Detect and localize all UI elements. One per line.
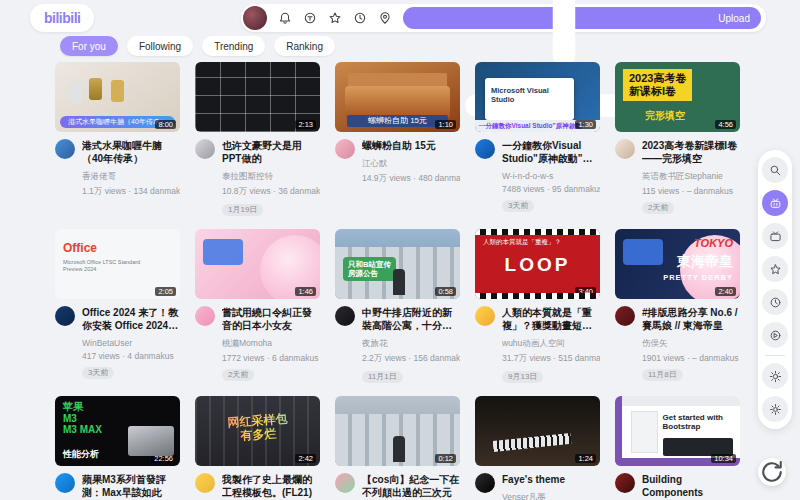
video-title[interactable]: #排版思路分享 No.6 / 賽馬娘 // 東海帝皇 [642, 306, 740, 332]
uploader-avatar[interactable] [195, 306, 215, 326]
uploader-avatar[interactable] [615, 473, 635, 493]
video-title[interactable]: 中野牛排店附近的新裝高階公寓，十分溫馨甚至九分乾淨 [362, 306, 460, 332]
bilibili-logo[interactable]: bilibili [30, 4, 94, 32]
video-thumbnail[interactable]: 螺蛳粉自助 15元1:10 [335, 62, 460, 132]
video-thumbnail[interactable]: Get started with Bootstrap10:34 [615, 396, 740, 466]
video-card[interactable]: 网红采样包 有多烂2:42我製作了史上最爛的工程模板包。(FL21)icewat… [195, 396, 320, 500]
clock-icon[interactable] [353, 11, 367, 25]
uploader-avatar[interactable] [475, 473, 495, 493]
tab-trending[interactable]: Trending [202, 36, 265, 56]
refresh-button[interactable] [758, 458, 786, 486]
video-title[interactable]: 我製作了史上最爛的工程模板包。(FL21) [222, 473, 320, 499]
uploader-avatar[interactable] [475, 306, 495, 326]
video-title[interactable]: 港式水果咖喱牛腩（40年传承） [82, 139, 180, 165]
star-icon[interactable] [328, 11, 342, 25]
uploader-name[interactable]: 香港佬哥 [82, 171, 180, 183]
duration-badge: 22:56 [151, 454, 176, 464]
star-toolbar-button[interactable] [762, 256, 788, 282]
bell-icon[interactable] [278, 11, 292, 25]
uploader-avatar[interactable] [195, 139, 215, 159]
uploader-name[interactable]: wuhu动画人空间 [502, 338, 600, 350]
video-thumbnail[interactable]: OfficeMicrosoft Office LTSC Standard Pre… [55, 229, 180, 299]
uploader-name[interactable]: 桃濑Momoha [222, 338, 320, 350]
video-title[interactable]: Faye's theme [502, 473, 600, 486]
video-thumbnail[interactable]: TOKYO東海帝皇PRETTY DERBY2:40 [615, 229, 740, 299]
video-card[interactable]: 2:13也许文豪野犬是用PPT做的泰拉图斯控特10.8万 views · 36 … [195, 62, 320, 216]
user-avatar[interactable] [243, 6, 267, 30]
video-thumbnail[interactable]: 网红采样包 有多烂2:42 [195, 396, 320, 466]
date-badge: 3天前 [82, 367, 114, 379]
uploader-name[interactable]: 江心默 [362, 158, 460, 170]
uploader-avatar[interactable] [335, 473, 355, 493]
gear-toolbar-button[interactable] [762, 396, 788, 422]
uploader-avatar[interactable] [55, 306, 75, 326]
thumbnail-text: 人類的本質就是「重複」？ [483, 238, 561, 246]
uploader-name[interactable]: WinBetaUser [82, 338, 180, 348]
video-title[interactable]: 人類的本質就是「重複」？獲獎動畫短片《LOOP》 [502, 306, 600, 332]
upload-button[interactable]: Upload [403, 7, 761, 29]
video-card[interactable]: TOKYO東海帝皇PRETTY DERBY2:40#排版思路分享 No.6 / … [615, 229, 740, 383]
uploader-avatar[interactable] [195, 473, 215, 493]
video-thumbnail[interactable]: 2:13 [195, 62, 320, 132]
video-thumbnail[interactable]: 人類的本質就是「重複」？LOOP3:40 [475, 229, 600, 299]
video-card[interactable]: 1:24Faye's themeVenser凡墨777 views · – da… [475, 396, 600, 500]
pin-icon[interactable] [378, 11, 392, 25]
video-title[interactable]: 螺蛳粉自助 15元 [362, 139, 460, 152]
bilibili-toolbar-button[interactable] [762, 190, 788, 216]
duration-badge: 2:40 [715, 287, 736, 297]
tv-toolbar-button[interactable] [762, 223, 788, 249]
uploader-avatar[interactable] [615, 306, 635, 326]
uploader-name[interactable]: 英语教书匠Stephanie [642, 171, 740, 183]
uploader-avatar[interactable] [475, 139, 495, 159]
video-thumbnail[interactable]: 只和B站宣传 房源公告0:58 [335, 229, 460, 299]
date-badge: 11月1日 [362, 371, 403, 383]
video-thumbnail[interactable]: 1:46 [195, 229, 320, 299]
video-card[interactable]: 2023高考卷 新课标I卷完形填空4:562023高考卷新課標I卷——完形填空英… [615, 62, 740, 216]
video-card[interactable]: 苹果 M3 M3 MAX性能分析22:56蘋果M3系列首發評測：Max早該如此极… [55, 396, 180, 500]
uploader-name[interactable]: 伤俣矢 [642, 338, 740, 350]
video-title[interactable]: 蘋果M3系列首發評測：Max早該如此 [82, 473, 180, 499]
video-thumbnail[interactable]: 苹果 M3 M3 MAX性能分析22:56 [55, 396, 180, 466]
video-card[interactable]: Microsoft Visual Studio一分鐘教你Visual Studi… [475, 62, 600, 216]
coin-icon[interactable] [303, 11, 317, 25]
uploader-avatar[interactable] [55, 473, 75, 493]
video-title[interactable]: 2023高考卷新課標I卷——完形填空 [642, 139, 740, 165]
video-thumbnail[interactable]: Microsoft Visual Studio一分鐘教你Visual Studi… [475, 62, 600, 132]
video-card[interactable]: 0:12【cos向】紀念一下在不列顛出過的三次元上智日语圣诞君6.2万 view… [335, 396, 460, 500]
uploader-avatar[interactable] [615, 139, 635, 159]
uploader-name[interactable]: 泰拉图斯控特 [222, 171, 320, 183]
video-card[interactable]: 人類的本質就是「重複」？LOOP3:40人類的本質就是「重複」？獲獎動畫短片《L… [475, 229, 600, 383]
bilibili-icon [769, 197, 782, 210]
video-card[interactable]: 1:46嘗試用繞口令糾正發音的日本小女友桃濑Momoha1772 views ·… [195, 229, 320, 383]
video-title[interactable]: Building Components [642, 473, 740, 499]
video-card[interactable]: 螺蛳粉自助 15元1:10螺蛳粉自助 15元江心默14.9万 views · 4… [335, 62, 460, 216]
video-thumbnail[interactable]: 港式水果咖喱牛腩（40年传承）8:00 [55, 62, 180, 132]
video-title[interactable]: 也许文豪野犬是用PPT做的 [222, 139, 320, 165]
tab-following[interactable]: Following [127, 36, 193, 56]
video-card[interactable]: OfficeMicrosoft Office LTSC Standard Pre… [55, 229, 180, 383]
video-title[interactable]: Office 2024 来了！教你安装 Office 2024 预览版！ [82, 306, 180, 332]
video-card[interactable]: Get started with Bootstrap10:34Building … [615, 396, 740, 500]
uploader-name[interactable]: Venser凡墨 [502, 492, 600, 500]
tab-ranking[interactable]: Ranking [274, 36, 335, 56]
video-card[interactable]: 港式水果咖喱牛腩（40年传承）8:00港式水果咖喱牛腩（40年传承）香港佬哥1.… [55, 62, 180, 216]
clock-toolbar-button[interactable] [762, 289, 788, 315]
uploader-name[interactable]: 夜旅花 [362, 338, 460, 350]
sun-icon [769, 370, 782, 383]
video-title[interactable]: 一分鐘教你Visual Studio"原神啟動"！（還用於Blend） [502, 139, 600, 165]
tab-for-you[interactable]: For you [60, 36, 118, 56]
uploader-name[interactable]: W-i-n-d-o-w-s [502, 171, 600, 181]
uploader-avatar[interactable] [335, 139, 355, 159]
video-title[interactable]: 【cos向】紀念一下在不列顛出過的三次元 [362, 473, 460, 499]
video-thumbnail[interactable]: 0:12 [335, 396, 460, 466]
sun-toolbar-button[interactable] [762, 363, 788, 389]
search-toolbar-button[interactable] [762, 157, 788, 183]
video-card[interactable]: 只和B站宣传 房源公告0:58中野牛排店附近的新裝高階公寓，十分溫馨甚至九分乾淨… [335, 229, 460, 383]
play-toolbar-button[interactable] [762, 322, 788, 348]
video-thumbnail[interactable]: 2023高考卷 新课标I卷完形填空4:56 [615, 62, 740, 132]
video-thumbnail[interactable]: 1:24 [475, 396, 600, 466]
uploader-avatar[interactable] [55, 139, 75, 159]
video-title[interactable]: 嘗試用繞口令糾正發音的日本小女友 [222, 306, 320, 332]
uploader-avatar[interactable] [335, 306, 355, 326]
star-icon [769, 263, 782, 276]
